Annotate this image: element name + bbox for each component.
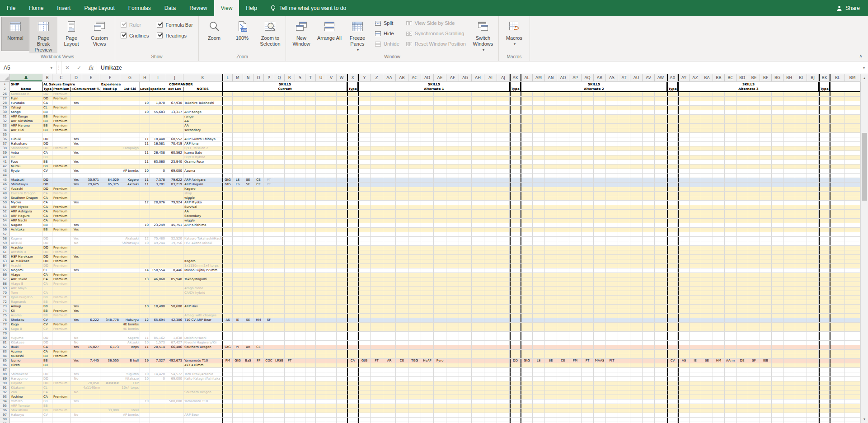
cell-Z50[interactable] xyxy=(371,201,383,205)
cell-Y44[interactable] xyxy=(358,174,371,178)
cell-AC26[interactable] xyxy=(408,92,421,96)
cell-D76[interactable]: Yes xyxy=(70,318,82,322)
cell-BJ45[interactable] xyxy=(807,178,819,182)
cell-AP97[interactable] xyxy=(569,413,582,417)
cell-F87[interactable] xyxy=(100,368,120,372)
cell-X85[interactable]: CA xyxy=(347,359,358,363)
cell-B91[interactable]: CL xyxy=(42,386,52,390)
cell-AG93[interactable] xyxy=(459,395,472,399)
cell-AL97[interactable] xyxy=(521,413,533,417)
cell-O46[interactable]: CE xyxy=(253,183,264,187)
cell-U75[interactable] xyxy=(316,314,326,318)
cell-AT33[interactable] xyxy=(618,124,630,128)
cell-E91[interactable]: 4x1140mm xyxy=(82,386,100,390)
column-header-AS[interactable]: AS xyxy=(606,74,618,81)
cell-AR98[interactable] xyxy=(594,418,606,422)
cell-BF52[interactable] xyxy=(760,210,772,214)
cell-AD58[interactable] xyxy=(421,237,434,241)
cell-AH34[interactable] xyxy=(472,128,484,132)
cell-AX96[interactable] xyxy=(667,409,678,413)
cell-BE35[interactable] xyxy=(748,133,760,137)
cell-AL43[interactable] xyxy=(521,169,533,173)
cell-AN78[interactable] xyxy=(545,327,557,331)
cell-U63[interactable] xyxy=(316,259,326,263)
cell-BM83[interactable] xyxy=(845,350,860,354)
gridlines-checkbox[interactable]: Gridlines xyxy=(121,33,149,38)
cell-N95[interactable] xyxy=(243,404,253,408)
cell-G43[interactable]: AP bombs xyxy=(120,169,140,173)
cell-BK43[interactable] xyxy=(819,169,830,173)
cell-AG82[interactable] xyxy=(459,345,472,349)
cell-T87[interactable] xyxy=(305,368,316,372)
cell-AO39[interactable] xyxy=(557,151,569,155)
cell-AH81[interactable] xyxy=(472,341,484,345)
cell-AC86[interactable] xyxy=(408,363,421,367)
cell-K57[interactable] xyxy=(183,232,222,236)
cell-AF26[interactable] xyxy=(446,92,459,96)
cell-I97[interactable] xyxy=(150,413,166,417)
cell-BH27[interactable] xyxy=(784,97,795,101)
cell-AJ28[interactable] xyxy=(497,101,510,105)
cell-AR36[interactable] xyxy=(594,137,606,141)
cell-AQ76[interactable] xyxy=(582,318,594,322)
cell-AT76[interactable] xyxy=(618,318,630,322)
cell-AM48[interactable] xyxy=(533,192,545,196)
cell-AL52[interactable] xyxy=(521,210,533,214)
cell-AO48[interactable] xyxy=(557,192,569,196)
cell-X79[interactable] xyxy=(347,332,358,336)
cell-P86[interactable] xyxy=(264,363,274,367)
cell-AG73[interactable] xyxy=(459,305,472,309)
cell-AQ82[interactable] xyxy=(582,345,594,349)
cell-AM68[interactable] xyxy=(533,282,545,286)
cell-H88[interactable]: 10 xyxy=(140,372,150,376)
cell-AT87[interactable] xyxy=(618,368,630,372)
cell-BG47[interactable] xyxy=(772,187,784,191)
cell-BI44[interactable] xyxy=(795,174,807,178)
cell-BF80[interactable] xyxy=(760,336,772,340)
cell-AP72[interactable] xyxy=(569,300,582,304)
cell-AX43[interactable] xyxy=(667,169,678,173)
cell-L98[interactable] xyxy=(222,418,233,422)
cell-C62[interactable]: Premium xyxy=(52,255,70,259)
cell-A45[interactable]: Akatsuki xyxy=(10,178,42,182)
cell-W84[interactable] xyxy=(337,354,347,358)
row-header-92[interactable]: 92 xyxy=(0,390,10,395)
cell-AE36[interactable] xyxy=(434,137,446,141)
cell-BA52[interactable] xyxy=(701,210,713,214)
cell-AF90[interactable] xyxy=(446,381,459,385)
cell-H38[interactable] xyxy=(140,146,150,150)
cell-R65[interactable] xyxy=(285,268,295,273)
cell-AS84[interactable] xyxy=(606,354,618,358)
cell-Q67[interactable] xyxy=(274,277,285,282)
cell-AF92[interactable] xyxy=(446,390,459,395)
cell-AF86[interactable] xyxy=(446,363,459,367)
cell-G87[interactable] xyxy=(120,368,140,372)
cell-AV42[interactable] xyxy=(643,164,655,169)
cell-D88[interactable]: Yes xyxy=(70,372,82,376)
cell-C89[interactable] xyxy=(52,377,70,381)
cell-V76[interactable] xyxy=(326,318,337,322)
cell-AP48[interactable] xyxy=(569,192,582,196)
cell-AG34[interactable] xyxy=(459,128,472,132)
cell-AX64[interactable] xyxy=(667,264,678,268)
cell-AH65[interactable] xyxy=(472,268,484,273)
cell-AZ87[interactable] xyxy=(690,368,701,372)
cell-X95[interactable] xyxy=(347,404,358,408)
cell-V50[interactable] xyxy=(326,201,337,205)
cell-AQ73[interactable] xyxy=(582,305,594,309)
cell-V31[interactable] xyxy=(326,115,337,119)
cell-F37[interactable] xyxy=(100,142,120,146)
cell-Y91[interactable] xyxy=(358,386,371,390)
cell-AN34[interactable] xyxy=(545,128,557,132)
cell-C75[interactable]: Premium xyxy=(52,314,70,318)
cell-BK33[interactable] xyxy=(819,124,830,128)
cell-E47[interactable] xyxy=(82,187,100,191)
cell-AY47[interactable] xyxy=(678,187,690,191)
cell-B30[interactable]: BB xyxy=(42,110,52,114)
cell-T95[interactable] xyxy=(305,404,316,408)
cell-AI67[interactable] xyxy=(484,277,497,282)
row-header-34[interactable]: 34 xyxy=(0,128,10,132)
cell-AM93[interactable] xyxy=(533,395,545,399)
cell-BK52[interactable] xyxy=(819,210,830,214)
cell-AS58[interactable] xyxy=(606,237,618,241)
